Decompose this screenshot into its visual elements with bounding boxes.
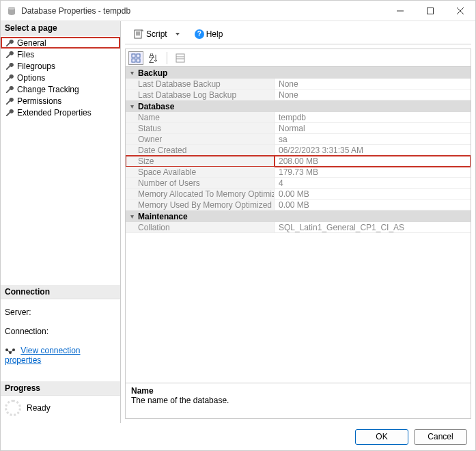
titlebar: Database Properties - tempdb (1, 1, 475, 21)
property-value: Normal (275, 123, 471, 134)
property-value: None (275, 79, 471, 90)
property-row[interactable]: Date Created06/22/2023 3:31:35 AM (126, 145, 471, 156)
svg-rect-19 (176, 54, 184, 62)
property-name: Number of Users (126, 178, 275, 189)
property-row[interactable]: Space Available179.73 MB (126, 167, 471, 178)
category-label: Database (138, 102, 174, 111)
window-title: Database Properties - tempdb (21, 6, 130, 16)
property-value: 208.00 MB (275, 156, 471, 167)
property-grid-body[interactable]: ▾BackupLast Database BackupNoneLast Data… (126, 67, 471, 383)
property-name: Last Database Log Backup (126, 90, 275, 100)
page-item-options[interactable]: Options (1, 72, 120, 83)
close-button[interactable] (445, 1, 475, 20)
page-item-label: General (17, 38, 46, 48)
connection-icon (5, 347, 16, 355)
svg-text:Z: Z (149, 55, 154, 63)
page-item-label: Filegroups (17, 62, 55, 71)
toolbar: Script ? Help (125, 24, 471, 44)
category-label: Backup (138, 68, 167, 78)
wrench-icon (5, 85, 14, 94)
property-row[interactable]: Size208.00 MB (126, 156, 471, 167)
description-title: Name (131, 386, 465, 396)
chevron-down-icon: ▾ (126, 213, 138, 220)
page-item-change-tracking[interactable]: Change Tracking (1, 83, 120, 95)
progress-status: Ready (27, 403, 51, 413)
svg-rect-14 (137, 54, 140, 57)
property-row[interactable]: CollationSQL_Latin1_General_CP1_CI_AS (126, 222, 471, 233)
chevron-down-icon: ▾ (126, 102, 138, 110)
property-value: sa (275, 134, 471, 145)
svg-rect-16 (137, 59, 140, 62)
property-value: 06/22/2023 3:31:35 AM (275, 145, 471, 156)
minimize-button[interactable] (385, 1, 415, 20)
property-row[interactable]: Last Database Log BackupNone (126, 90, 471, 100)
property-value: SQL_Latin1_General_CP1_CI_AS (275, 222, 471, 233)
pages-list: GeneralFilesFilegroupsOptionsChange Trac… (1, 36, 120, 120)
maximize-button[interactable] (415, 1, 445, 20)
svg-point-1 (8, 7, 15, 10)
property-row[interactable]: Number of Users4 (126, 178, 471, 189)
categorized-button[interactable] (128, 51, 143, 65)
page-item-label: Options (17, 73, 45, 83)
cancel-button[interactable]: Cancel (414, 429, 467, 445)
ok-button[interactable]: OK (355, 429, 408, 445)
help-button[interactable]: ? Help (192, 28, 226, 40)
view-connection-link[interactable]: View connection properties (5, 346, 81, 365)
property-grid: AZ ▾BackupLast Database BackupNoneLast D… (125, 49, 471, 419)
property-value: 0.00 MB (275, 200, 471, 210)
chevron-down-icon: ▾ (126, 69, 138, 77)
category-header[interactable]: ▾Backup (126, 67, 471, 79)
help-label: Help (206, 29, 223, 39)
category-header[interactable]: ▾Database (126, 100, 471, 112)
script-button[interactable]: Script (130, 27, 170, 41)
property-row[interactable]: Last Database BackupNone (126, 79, 471, 90)
wrench-icon (5, 73, 14, 83)
page-item-permissions[interactable]: Permissions (1, 95, 120, 107)
wrench-icon (5, 62, 14, 71)
property-row[interactable]: Ownersa (126, 134, 471, 145)
page-item-label: Extended Properties (17, 108, 92, 118)
property-name: Space Available (126, 167, 275, 178)
page-item-extended-properties[interactable]: Extended Properties (1, 107, 120, 118)
property-row[interactable]: Nametempdb (126, 112, 471, 123)
wrench-icon (5, 108, 14, 118)
svg-rect-3 (428, 8, 434, 14)
wrench-icon (5, 38, 14, 48)
connection-header: Connection (1, 285, 120, 299)
help-icon: ? (195, 29, 204, 39)
category-header[interactable]: ▾Maintenance (126, 210, 471, 222)
svg-rect-15 (132, 59, 135, 62)
property-value: tempdb (275, 112, 471, 123)
property-value: 179.73 MB (275, 167, 471, 178)
wrench-icon (5, 50, 14, 59)
database-icon (6, 5, 17, 16)
svg-rect-13 (132, 54, 135, 57)
property-row[interactable]: Memory Used By Memory Optimized Objects0… (126, 200, 471, 210)
property-name: Size (126, 156, 275, 167)
sidebar: Select a page GeneralFilesFilegroupsOpti… (1, 21, 121, 423)
wrench-icon (5, 96, 14, 106)
page-item-files[interactable]: Files (1, 49, 120, 60)
property-value: 4 (275, 178, 471, 189)
script-label: Script (146, 29, 167, 39)
property-name: Owner (126, 134, 275, 145)
page-item-general[interactable]: General (1, 37, 120, 49)
property-row[interactable]: StatusNormal (126, 123, 471, 134)
alphabetical-button[interactable]: AZ (146, 51, 161, 65)
property-value: None (275, 90, 471, 100)
page-item-label: Permissions (17, 96, 61, 106)
page-item-filegroups[interactable]: Filegroups (1, 60, 120, 72)
connection-label: Connection: (5, 327, 116, 336)
dialog-footer: OK Cancel (1, 423, 475, 450)
property-value: 0.00 MB (275, 189, 471, 200)
property-row[interactable]: Memory Allocated To Memory Optimized Obj… (126, 189, 471, 200)
property-name: Memory Used By Memory Optimized Objects (126, 200, 275, 210)
property-name: Date Created (126, 145, 275, 156)
property-pages-button[interactable] (173, 51, 188, 65)
page-item-label: Change Tracking (17, 85, 79, 94)
description-text: The name of the database. (131, 396, 465, 405)
property-name: Name (126, 112, 275, 123)
select-page-header: Select a page (1, 21, 120, 36)
script-dropdown-icon[interactable] (176, 33, 180, 36)
main-panel: Script ? Help AZ ▾Backu (121, 21, 475, 423)
